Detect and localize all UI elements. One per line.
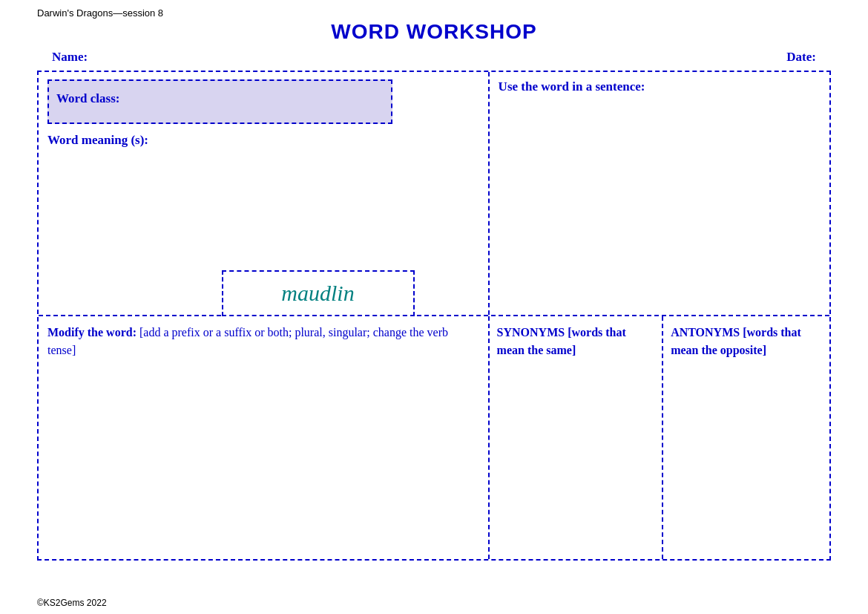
main-grid: Word class: Word meaning (s): maudlin Us…: [37, 71, 831, 561]
synonyms-section: SYNONYMS [words that mean the same]: [490, 316, 664, 559]
top-row: Word class: Word meaning (s): maudlin Us…: [39, 72, 829, 316]
word-class-label: Word class:: [56, 91, 119, 105]
antonyms-bold: ANTONYMS: [671, 326, 740, 339]
use-sentence-label: Use the word in a sentence:: [499, 79, 821, 94]
antonyms-section: ANTONYMS [words that mean the opposite]: [663, 316, 829, 559]
top-bar: Darwin's Dragons—session 8: [37, 7, 831, 19]
left-column: Word class: Word meaning (s): maudlin: [39, 72, 490, 315]
word-class-box: Word class:: [47, 79, 392, 124]
page-container: Darwin's Dragons—session 8 WORD WORKSHOP…: [0, 0, 868, 614]
modify-label-bold: Modify the word:: [47, 326, 137, 339]
center-word-container: maudlin: [222, 270, 415, 316]
right-column: Use the word in a sentence:: [490, 72, 829, 315]
modify-section: Modify the word: [add a prefix or a suff…: [39, 316, 490, 559]
name-label: Name:: [52, 50, 88, 65]
name-date-row: Name: Date:: [37, 50, 831, 65]
main-title: WORD WORKSHOP: [37, 20, 831, 44]
date-label: Date:: [786, 50, 816, 65]
center-word: maudlin: [281, 281, 354, 305]
session-label: Darwin's Dragons—session 8: [37, 7, 163, 19]
modify-label: Modify the word: [add a prefix or a suff…: [47, 324, 479, 359]
word-meaning-label: Word meaning (s):: [47, 133, 479, 148]
synonyms-bold: SYNONYMS: [497, 326, 565, 339]
synonyms-label: SYNONYMS [words that mean the same]: [497, 324, 655, 359]
footer: ©KS2Gems 2022: [37, 598, 107, 608]
bottom-row: Modify the word: [add a prefix or a suff…: [39, 316, 829, 559]
antonyms-label: ANTONYMS [words that mean the opposite]: [671, 324, 822, 359]
